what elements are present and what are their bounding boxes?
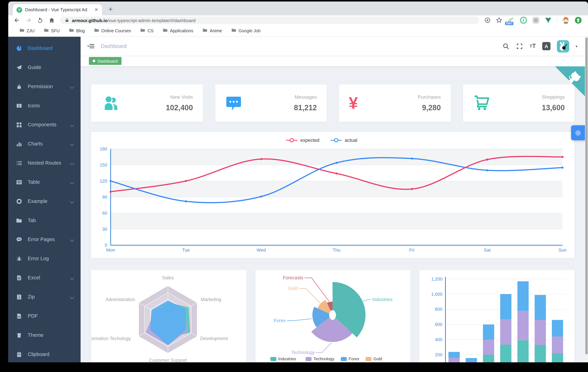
message-icon (225, 95, 242, 112)
chevron-down-icon (70, 123, 74, 127)
new-tab-button[interactable]: + (106, 4, 116, 14)
svg-text:200: 200 (435, 352, 442, 357)
sidebar-item-error-pages[interactable]: 404Error Pages (8, 230, 81, 249)
sidebar-item-zip[interactable]: Zip (8, 287, 81, 307)
chevron-down-icon[interactable]: ▾ (576, 44, 578, 48)
fullscreen-icon[interactable] (516, 43, 523, 50)
folder-icon (69, 28, 74, 33)
sidebar-item-label: Error Log (28, 256, 49, 261)
app-sidebar: DashboardGuidePermissionIconsComponentsC… (8, 37, 81, 362)
profile-avatar[interactable] (562, 16, 569, 24)
browser-update-icon[interactable] (575, 16, 582, 24)
svg-text:Industries: Industries (278, 356, 296, 361)
browser-tab[interactable]: V Dashboard - Vue Typescript Ad ✕ (13, 4, 102, 15)
sidebar-item-error-log[interactable]: Error Log (8, 249, 81, 268)
sidebar-item-clipboard[interactable]: Clipboard (8, 345, 81, 362)
svg-text:Tue: Tue (182, 247, 190, 253)
bookmark-online-courses[interactable]: Online Courses (94, 28, 131, 33)
forward-icon[interactable] (25, 17, 32, 23)
bookmark-applications[interactable]: Applications (163, 28, 193, 33)
url-text: armour.github.io/vue-typescript-admin-te… (72, 17, 196, 23)
sidebar-item-tab[interactable]: Tab (8, 211, 81, 230)
app-main: Dashboard TT A ▾ Das (81, 37, 585, 362)
screen: V Dashboard - Vue Typescript Ad ✕ + armo… (0, 0, 588, 372)
extension-onetab-icon[interactable]: 2987 (507, 16, 515, 24)
sidebar-item-table[interactable]: Table (8, 172, 81, 192)
stat-card-messages[interactable]: Messages81,212 (215, 84, 327, 122)
sidebar-item-example[interactable]: Example (8, 192, 81, 211)
back-icon[interactable] (13, 17, 20, 23)
sidebar-item-dashboard[interactable]: Dashboard (8, 39, 81, 58)
pie-chart[interactable]: IndustriesTechnologyForexGoldForecastsIn… (255, 270, 410, 362)
hamburger-icon[interactable] (87, 43, 95, 50)
bookmark-star-icon[interactable] (496, 17, 503, 23)
sidebar-item-charts[interactable]: Charts (8, 134, 81, 153)
svg-text:Gold: Gold (373, 356, 382, 361)
sidebar-item-label: Components (28, 122, 56, 128)
sidebar-item-pdf[interactable]: PDFPDF (8, 307, 81, 326)
home-icon[interactable] (48, 17, 55, 23)
stat-value: 9,280 (418, 104, 441, 112)
svg-text:Sun: Sun (558, 247, 567, 253)
clipboard-icon (16, 351, 22, 357)
bar-chart[interactable]: 2004006008001,0001,200 (420, 270, 575, 362)
tab-title: Dashboard - Vue Typescript Ad (25, 7, 92, 12)
bookmark-anime[interactable]: Anime (203, 28, 222, 33)
stat-label: New Visits (166, 94, 193, 100)
url-bar[interactable]: armour.github.io/vue-typescript-admin-te… (60, 16, 479, 24)
svg-text:150: 150 (100, 162, 107, 168)
svg-text:expected: expected (300, 138, 319, 143)
sidebar-item-theme[interactable]: Theme (8, 326, 81, 345)
sidebar-item-icons[interactable]: Icons (8, 96, 81, 115)
svg-text:404: 404 (18, 238, 21, 240)
svg-text:Forecasts: Forecasts (283, 275, 303, 280)
sidebar-item-guide[interactable]: Guide (8, 58, 81, 77)
dashboard-content: New Visits102,400Messages81,212¥Purchase… (81, 66, 585, 362)
tab-strip: V Dashboard - Vue Typescript Ad ✕ + (8, 1, 588, 15)
text-size-icon[interactable]: TT (530, 43, 536, 50)
bookmark-sfu[interactable]: SFU (44, 28, 60, 33)
extension-green-circle-icon[interactable] (520, 16, 527, 24)
zoom-plus-icon[interactable] (484, 17, 491, 23)
translate-icon[interactable]: A (542, 42, 551, 50)
svg-text:400: 400 (435, 337, 442, 342)
extension-react-icon[interactable] (532, 16, 539, 24)
pdf-icon: PDF (16, 313, 22, 319)
stat-label: Purchases (418, 94, 441, 100)
stat-card-new-visits[interactable]: New Visits102,400 (91, 84, 203, 122)
vue-favicon-icon: V (17, 7, 22, 13)
github-corner[interactable] (555, 66, 585, 96)
radar-chart-card: SalesMarketingDevelopmentCustomer Suppor… (91, 270, 246, 362)
bookmark-blog[interactable]: Blog (69, 28, 85, 33)
svg-text:Marketing: Marketing (201, 297, 221, 302)
sidebar-item-excel[interactable]: Excel (8, 268, 81, 287)
bookmark-google-job[interactable]: Google Job (231, 28, 261, 33)
svg-text:Forex: Forex (348, 356, 359, 361)
sidebar-item-label: Table (28, 179, 40, 185)
bookmark-zju[interactable]: ZJU (20, 28, 34, 33)
chevron-down-icon (70, 142, 74, 146)
user-avatar[interactable] (557, 40, 569, 52)
stat-card-purchases[interactable]: ¥Purchases9,280 (339, 84, 451, 122)
tag-dashboard[interactable]: Dashboard (89, 57, 121, 65)
radar-chart[interactable]: SalesMarketingDevelopmentCustomer Suppor… (91, 270, 246, 362)
extension-vue-icon[interactable] (545, 16, 552, 24)
stat-label: Messages (294, 94, 317, 100)
sidebar-item-label: Clipboard (28, 351, 50, 357)
lock-icon (64, 18, 69, 22)
tags-view-bar: Dashboard (81, 55, 585, 66)
line-chart[interactable]: 0306090120150180MonTueWedThuFriSatSunexp… (91, 132, 575, 258)
app-navbar: Dashboard TT A ▾ (81, 37, 585, 55)
sidebar-item-permission[interactable]: Permission (8, 77, 81, 96)
svg-text:0: 0 (105, 243, 107, 248)
sidebar-item-nested-routes[interactable]: Nested Routes (8, 153, 81, 172)
scrollbar-thumb[interactable] (585, 37, 588, 354)
reload-icon[interactable] (37, 17, 43, 23)
search-icon[interactable] (503, 43, 510, 50)
chevron-down-icon (70, 85, 74, 89)
close-tab-icon[interactable]: ✕ (94, 7, 98, 12)
bookmark-cs[interactable]: CS (140, 28, 154, 33)
sidebar-item-components[interactable]: Components (8, 115, 81, 134)
settings-button[interactable] (571, 125, 585, 140)
page-scrollbar[interactable] (585, 37, 588, 362)
